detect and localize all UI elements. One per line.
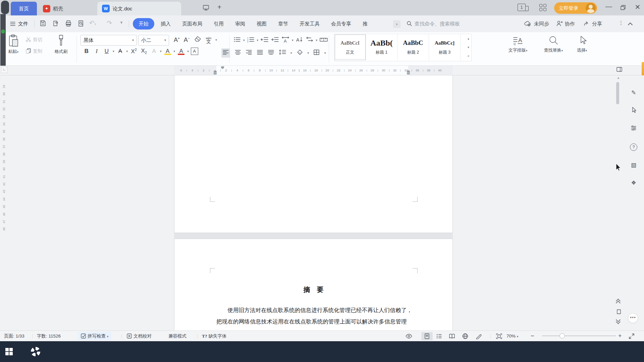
print-icon[interactable] bbox=[64, 20, 72, 28]
collaborate-button[interactable]: 协作 bbox=[556, 15, 575, 32]
shading-caret[interactable]: ▾ bbox=[308, 51, 309, 55]
text-direction-icon[interactable]: A bbox=[296, 36, 303, 44]
word-count[interactable]: 字数: 11526 bbox=[37, 331, 61, 341]
vertical-scrollbar-thumb[interactable] bbox=[616, 82, 619, 104]
select-browse-object-button[interactable] bbox=[616, 309, 621, 316]
cut-button[interactable]: 剪切 bbox=[25, 37, 42, 43]
zoom-slider-track[interactable] bbox=[542, 336, 616, 336]
avatar[interactable] bbox=[586, 3, 596, 13]
decrease-indent-icon[interactable] bbox=[261, 37, 269, 44]
ribbon-overflow-arrow[interactable]: › bbox=[393, 20, 400, 28]
eye-protect-icon[interactable] bbox=[405, 333, 413, 341]
missing-font-button[interactable]: T? 缺失字体 bbox=[202, 331, 227, 341]
zoom-slider-handle[interactable] bbox=[559, 333, 565, 339]
left-indent-marker[interactable] bbox=[214, 73, 217, 74]
text-highlight-caret[interactable]: ▾ bbox=[174, 50, 175, 53]
zoom-percent[interactable]: 70% ▾ bbox=[506, 331, 518, 342]
increase-font-icon[interactable]: A+ bbox=[174, 37, 180, 44]
pinyin-guide-icon[interactable]: wén文 bbox=[206, 37, 212, 43]
clear-format-icon[interactable] bbox=[194, 36, 202, 44]
borders-caret[interactable]: ▾ bbox=[324, 51, 326, 55]
line-spacing-icon[interactable] bbox=[279, 49, 286, 57]
style-cell[interactable]: AaBbCc] 标题 3 bbox=[429, 34, 461, 60]
typeset-button[interactable]: A 文字排版▾ bbox=[505, 35, 531, 53]
pointer-tool-icon[interactable] bbox=[630, 107, 637, 114]
start-button[interactable] bbox=[5, 348, 13, 355]
menu-tab[interactable]: 会员专享 bbox=[325, 15, 357, 32]
character-scale-icon[interactable]: A bbox=[281, 36, 289, 44]
print-preview-icon[interactable] bbox=[77, 20, 85, 28]
select-button[interactable]: 选择▾ bbox=[572, 35, 592, 53]
character-border-icon[interactable]: A bbox=[191, 48, 198, 55]
character-scale-caret[interactable]: ▾ bbox=[292, 39, 293, 42]
highlight-gray-icon[interactable]: A bbox=[150, 48, 158, 55]
sidebar-toggle-icon[interactable] bbox=[616, 67, 623, 73]
document-heading[interactable]: 摘 要 bbox=[174, 285, 453, 294]
edit-pen-icon[interactable]: ✎ bbox=[630, 89, 637, 97]
wrap-marks-icon[interactable] bbox=[306, 36, 314, 44]
menu-tab[interactable]: 页面布局 bbox=[176, 15, 208, 32]
spellcheck-toggle[interactable]: 拼写检查 ▾ bbox=[78, 332, 111, 340]
subscript-icon[interactable]: X2 bbox=[140, 48, 148, 55]
numbered-list-caret[interactable]: ▾ bbox=[257, 39, 259, 42]
style-cell[interactable]: AaBb( 标题 1 bbox=[366, 34, 397, 60]
align-center-icon[interactable] bbox=[234, 49, 241, 57]
page-1[interactable] bbox=[174, 75, 453, 233]
underline-icon[interactable]: U bbox=[103, 48, 111, 55]
command-search[interactable]: 查找命令、搜索模板 bbox=[407, 15, 460, 32]
tab-home-ribbon[interactable]: 开始 bbox=[133, 18, 154, 29]
read-mode-icon[interactable] bbox=[449, 333, 455, 341]
close-button[interactable]: ✕ bbox=[633, 3, 643, 11]
menu-tab[interactable]: 开发工具 bbox=[294, 15, 325, 32]
highlight-gray-caret[interactable]: ▾ bbox=[160, 50, 162, 53]
apps-grid-icon[interactable] bbox=[539, 4, 547, 11]
more-tools-button[interactable]: ••• bbox=[628, 313, 638, 323]
wrap-marks-caret[interactable]: ▾ bbox=[316, 39, 318, 42]
tab-home[interactable]: 首页 bbox=[11, 2, 37, 15]
strikethrough-icon[interactable]: A bbox=[116, 48, 124, 55]
bold-icon[interactable]: B bbox=[83, 48, 91, 55]
ink-pen-icon[interactable] bbox=[476, 333, 482, 341]
menu-tab[interactable]: 审阅 bbox=[229, 15, 251, 32]
page-view-icon[interactable] bbox=[424, 333, 430, 341]
previous-page-button[interactable] bbox=[616, 299, 620, 305]
pinyin-guide-caret[interactable]: ▾ bbox=[215, 38, 217, 42]
tab-stops-icon[interactable] bbox=[320, 37, 328, 44]
style-cell[interactable]: AaBbC 标题 2 bbox=[397, 34, 429, 60]
collapse-ribbon-icon[interactable] bbox=[629, 22, 632, 28]
font-color-icon[interactable]: A bbox=[177, 48, 185, 55]
more-options-icon[interactable]: ⋮ bbox=[619, 20, 624, 26]
menu-tab[interactable]: 章节 bbox=[272, 15, 294, 32]
web-view-icon[interactable] bbox=[462, 333, 468, 341]
next-page-button[interactable] bbox=[616, 318, 620, 323]
strikethrough-caret[interactable]: ▾ bbox=[126, 50, 128, 53]
format-painter-button[interactable]: 格式刷 bbox=[51, 34, 71, 55]
horizontal-ruler[interactable]: ∟ 64224681012141618202224262830323436384… bbox=[0, 66, 644, 75]
fit-page-icon[interactable] bbox=[496, 333, 502, 341]
tab-document[interactable]: W论文.doc bbox=[97, 2, 181, 15]
restore-button[interactable] bbox=[620, 4, 627, 12]
fullscreen-icon[interactable] bbox=[629, 333, 635, 341]
shapes-tool-icon[interactable]: ❖ bbox=[630, 179, 637, 187]
outline-view-icon[interactable] bbox=[436, 333, 442, 341]
tab-docer[interactable]: ✦稻壳 bbox=[40, 2, 76, 15]
shading-icon[interactable] bbox=[297, 49, 303, 57]
increase-indent-icon[interactable] bbox=[271, 37, 279, 44]
zoom-out-button[interactable]: − bbox=[531, 331, 534, 341]
underline-caret[interactable]: ▾ bbox=[113, 50, 114, 53]
find-replace-button[interactable]: 查找替换▾ bbox=[539, 35, 568, 53]
compatibility-mode[interactable]: 兼容模式 bbox=[168, 331, 186, 341]
dock-plugin-icon[interactable] bbox=[1, 29, 5, 34]
document-paragraph[interactable]: 使用旧方法对在线点歌系统的信息进行系统化管理已经不再让人们信赖了，把现在的网络信… bbox=[216, 305, 414, 327]
italic-icon[interactable]: I bbox=[93, 48, 101, 55]
help-icon[interactable]: ? bbox=[630, 143, 637, 151]
decrease-font-icon[interactable]: A− bbox=[184, 37, 190, 44]
customize-quick-access-icon[interactable]: ∨ bbox=[120, 20, 123, 24]
minimize-button[interactable]: — bbox=[604, 3, 614, 10]
file-menu[interactable]: 文件 bbox=[18, 15, 28, 32]
numbered-list-icon[interactable]: 123 bbox=[247, 37, 255, 44]
font-color-caret[interactable]: ▾ bbox=[187, 50, 189, 53]
text-highlight-icon[interactable]: A bbox=[164, 48, 172, 55]
sync-status[interactable]: 未同步 bbox=[524, 15, 549, 32]
line-spacing-caret[interactable]: ▾ bbox=[290, 51, 292, 55]
